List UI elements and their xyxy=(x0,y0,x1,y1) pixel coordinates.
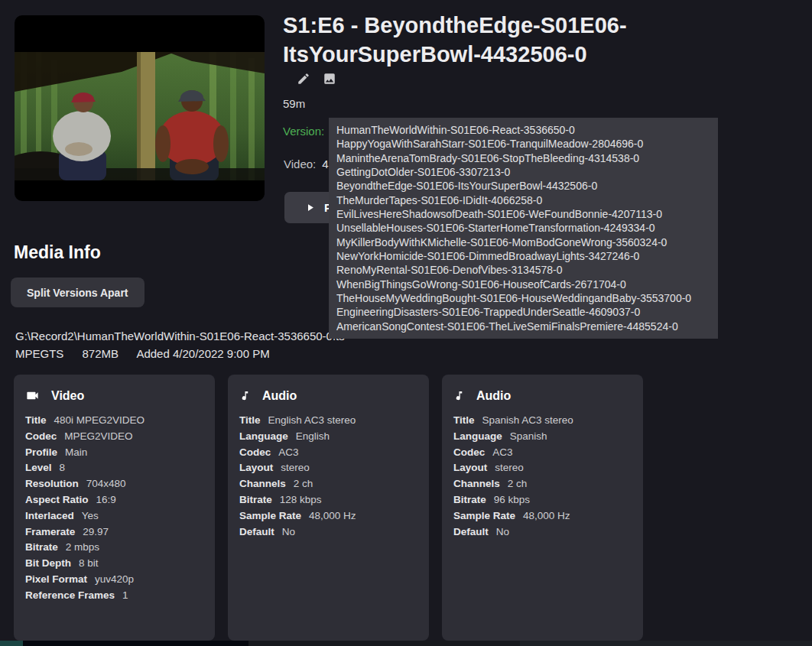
stream-properties: TitleSpanish AC3 stereo LanguageSpanish … xyxy=(453,413,632,540)
video-label: Video: xyxy=(284,157,316,170)
bottom-strip-segment xyxy=(248,641,520,646)
file-path: G:\Record2\HumanTheWorldWithin-S01E06-Re… xyxy=(15,329,345,342)
media-row: Sample Rate48,000 Hz xyxy=(453,508,632,524)
version-option[interactable]: UnsellableHouses-S01E06-StarterHomeTrans… xyxy=(329,221,718,235)
version-option[interactable]: BeyondtheEdge-S01E06-ItsYourSuperBowl-44… xyxy=(329,179,718,193)
container-format: MPEGTS xyxy=(15,347,63,360)
version-option[interactable]: RenoMyRental-S01E06-DenofVibes-3134578-0 xyxy=(329,263,718,277)
card-header: Video xyxy=(25,388,203,403)
page-title: S1:E6 - BeyondtheEdge-S01E06-ItsYourSupe… xyxy=(283,11,809,69)
video-info-line: Video:4 xyxy=(284,157,329,170)
media-row: Bitrate96 kbps xyxy=(453,492,632,508)
media-row: CodecMPEG2VIDEO xyxy=(25,429,203,445)
edit-metadata-icon[interactable] xyxy=(297,72,310,86)
card-title: Video xyxy=(51,389,84,403)
version-label: Version: xyxy=(283,125,324,138)
video-value: 4 xyxy=(322,157,328,170)
videocam-icon xyxy=(25,388,40,403)
version-option[interactable]: HappyYogaWithSarahStarr-S01E06-TranquilM… xyxy=(329,137,718,151)
media-row: Layoutstereo xyxy=(453,460,632,476)
audio-stream-card-1: Audio TitleEnglish AC3 stereo LanguageEn… xyxy=(228,375,429,641)
media-row: CodecAC3 xyxy=(453,445,632,461)
video-stream-card: Video Title480i MPEG2VIDEO CodecMPEG2VID… xyxy=(14,375,215,641)
media-row: Resolution704x480 xyxy=(25,476,203,492)
card-title: Audio xyxy=(262,389,297,403)
bottom-strip-segment xyxy=(23,641,248,646)
stream-properties: TitleEnglish AC3 stereo LanguageEnglish … xyxy=(239,413,417,540)
version-option[interactable]: AmericanSongContest-S01E06-TheLiveSemiFi… xyxy=(329,320,718,333)
version-option[interactable]: WhenBigThingsGoWrong-S01E06-HouseofCards… xyxy=(329,278,718,291)
play-icon xyxy=(304,202,316,213)
media-row: Bit Depth8 bit xyxy=(25,556,203,572)
media-row: Aspect Ratio16:9 xyxy=(25,492,203,508)
media-row: Channels2 ch xyxy=(239,476,417,492)
title-actions xyxy=(297,72,336,86)
bottom-strip-segment xyxy=(0,641,23,646)
audio-stream-card-2: Audio TitleSpanish AC3 stereo LanguageSp… xyxy=(442,375,643,641)
file-meta-line: MPEGTS 872MB Added 4/20/2022 9:00 PM xyxy=(15,347,285,360)
episode-thumbnail[interactable] xyxy=(15,15,265,201)
media-row: TitleEnglish AC3 stereo xyxy=(239,413,417,429)
file-size: 872MB xyxy=(83,347,119,360)
version-option[interactable]: ManintheArenaTomBrady-S01E06-StopTheBlee… xyxy=(329,151,718,165)
media-row: Channels2 ch xyxy=(453,476,632,492)
media-row: Layoutstereo xyxy=(239,460,417,476)
added-date: Added 4/20/2022 9:00 PM xyxy=(136,347,269,360)
version-option[interactable]: EngineeringDisasters-S01E06-TrappedUnder… xyxy=(329,305,718,319)
media-row: Pixel Formatyuv420p xyxy=(25,572,203,588)
card-header: Audio xyxy=(453,388,632,403)
media-row: DefaultNo xyxy=(239,524,417,540)
media-row: Title480i MPEG2VIDEO xyxy=(25,413,203,429)
media-row: InterlacedYes xyxy=(25,508,203,524)
media-info-heading: Media Info xyxy=(14,242,101,263)
media-row: Framerate29.97 xyxy=(25,524,203,540)
media-row: Bitrate2 mbps xyxy=(25,540,203,556)
version-option[interactable]: HumanTheWorldWithin-S01E06-React-3536650… xyxy=(329,123,718,137)
music-note-icon xyxy=(453,388,465,403)
edit-images-icon[interactable] xyxy=(323,72,336,86)
media-row: LanguageSpanish xyxy=(453,429,632,445)
version-option[interactable]: TheMurderTapes-S01E06-IDidIt-4066258-0 xyxy=(329,193,718,207)
stream-properties: Title480i MPEG2VIDEO CodecMPEG2VIDEO Pro… xyxy=(25,413,203,604)
card-header: Audio xyxy=(239,388,417,403)
version-dropdown-list: HumanTheWorldWithin-S01E06-React-3536650… xyxy=(329,118,718,339)
media-row: ProfileMain xyxy=(25,445,203,461)
media-row: Bitrate128 kbps xyxy=(239,492,417,508)
media-row: Level8 xyxy=(25,460,203,476)
version-option[interactable]: GettingDotOlder-S01E06-3307213-0 xyxy=(329,165,718,179)
version-option[interactable]: NewYorkHomicide-S01E06-DimmedBroadwayLig… xyxy=(329,249,718,263)
media-row: DefaultNo xyxy=(453,524,632,540)
runtime-text: 59m xyxy=(283,97,305,110)
media-row: Sample Rate48,000 Hz xyxy=(239,508,417,524)
version-option[interactable]: TheHouseMyWeddingBought-S01E06-HouseWedd… xyxy=(329,291,718,305)
media-row: Reference Frames1 xyxy=(25,588,203,604)
version-option[interactable]: MyKillerBodyWithKMichelle-S01E06-MomBodG… xyxy=(329,235,718,249)
media-row: TitleSpanish AC3 stereo xyxy=(453,413,632,429)
episode-still-image xyxy=(15,52,265,180)
card-title: Audio xyxy=(476,389,511,403)
split-versions-button[interactable]: Split Versions Apart xyxy=(11,278,145,307)
bottom-edge-strip xyxy=(0,641,812,646)
media-row: LanguageEnglish xyxy=(239,429,417,445)
version-option[interactable]: EvilLivesHereShadowsofDeath-S01E06-WeFou… xyxy=(329,207,718,221)
bottom-strip-segment xyxy=(520,641,812,646)
music-note-icon xyxy=(239,388,251,403)
media-row: CodecAC3 xyxy=(239,445,417,461)
